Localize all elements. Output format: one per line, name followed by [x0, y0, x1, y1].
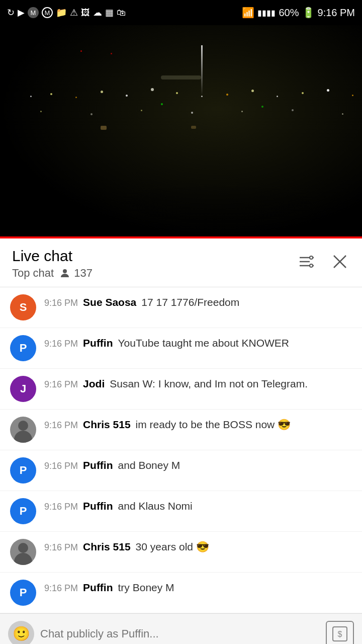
message-meta: 9:16 PM Puffin try Boney M	[44, 580, 352, 596]
svg-point-4	[310, 256, 313, 259]
video-player[interactable]	[0, 25, 362, 236]
youtube-icon: ▶	[18, 7, 25, 18]
chat-header: Live chat Top chat 137	[0, 238, 362, 287]
viewer-count: 137	[59, 267, 93, 280]
message-meta: 9:16 PM Sue Saosa 17 17 1776/Freedom	[44, 294, 352, 310]
message-body: 9:16 PM Puffin and Boney M	[44, 457, 352, 474]
sync-icon: ↻	[7, 7, 15, 18]
avatar: P	[10, 457, 36, 484]
message-author: Chris 515	[83, 539, 131, 555]
cloud-icon: ☁	[93, 7, 102, 18]
message-meta: 9:16 PM Jodi Susan W: I know, and Im not…	[44, 376, 352, 392]
svg-text:$: $	[338, 630, 342, 638]
message-text: im ready to be the BOSS now 😎	[136, 417, 291, 433]
chat-header-left: Live chat Top chat 137	[12, 248, 93, 280]
avatar: P	[10, 335, 36, 361]
chat-message: S 9:16 PM Sue Saosa 17 17 1776/Freedom	[0, 287, 362, 328]
message-time: 9:16 PM	[44, 337, 78, 351]
time-display: 9:16 PM	[318, 7, 355, 19]
chat-panel: Live chat Top chat 137	[0, 238, 362, 644]
status-bar: ↻ ▶ M M 📁 ⚠ 🖼 ☁ ▦ 🛍 📶 ▮▮▮▮ 60% 🔋 9:16 PM	[0, 0, 362, 25]
message-body: 9:16 PM Sue Saosa 17 17 1776/Freedom	[44, 294, 352, 311]
video-background	[0, 25, 362, 236]
close-icon	[332, 254, 348, 270]
viewer-number: 137	[74, 267, 93, 280]
message-text: and Boney M	[118, 457, 180, 473]
warning-icon: ⚠	[70, 7, 78, 18]
image-icon: 🖼	[81, 8, 90, 18]
status-icons-right: 📶 ▮▮▮▮ 60% 🔋 9:16 PM	[242, 7, 355, 19]
svg-point-0	[63, 269, 67, 273]
message-time: 9:16 PM	[44, 419, 78, 432]
battery-icon: 🔋	[302, 7, 315, 19]
chat-input[interactable]	[40, 621, 320, 645]
message-author: Sue Saosa	[83, 294, 136, 310]
live-chat-title: Live chat	[12, 248, 93, 265]
message-text: 30 years old 😎	[136, 539, 209, 555]
chat-message: J 9:16 PM Jodi Susan W: I know, and Im n…	[0, 369, 362, 410]
filter-icon	[298, 253, 316, 271]
emoji-button[interactable]: 🙂	[8, 621, 34, 645]
signal-strength: ▮▮▮▮	[257, 8, 276, 18]
message-body: 9:16 PM Puffin YouTube taught me about K…	[44, 335, 352, 352]
avatar	[10, 539, 36, 565]
message-author: Jodi	[83, 376, 105, 392]
close-button[interactable]	[330, 252, 350, 272]
chat-message: P 9:16 PM Puffin YouTube taught me about…	[0, 328, 362, 369]
message-author: Puffin	[83, 457, 113, 473]
send-button[interactable]: $	[326, 621, 354, 645]
message-meta: 9:16 PM Chris 515 im ready to be the BOS…	[44, 417, 352, 433]
message-text: 17 17 1776/Freedom	[141, 294, 239, 310]
folder-icon: 📁	[56, 7, 67, 18]
emoji-icon: 🙂	[13, 625, 30, 642]
message-text: Susan W: I know, and Im not on Telegram.	[110, 376, 308, 392]
chat-message: P 9:16 PM Puffin try Boney M	[0, 573, 362, 613]
message-meta: 9:16 PM Puffin and Boney M	[44, 457, 352, 473]
send-icon: $	[332, 626, 348, 642]
chat-header-right	[296, 251, 350, 273]
chat-message: 9:16 PM Chris 515 30 years old 😎	[0, 532, 362, 573]
message-time: 9:16 PM	[44, 378, 78, 391]
message-time: 9:16 PM	[44, 459, 78, 473]
message-author: Puffin	[83, 580, 113, 596]
m-icon: M	[28, 7, 39, 18]
chat-message: P 9:16 PM Puffin and Klaus Nomi	[0, 491, 362, 532]
calendar-icon: ▦	[105, 7, 114, 18]
message-author: Puffin	[83, 335, 113, 351]
avatar: J	[10, 376, 36, 402]
bag-icon: 🛍	[117, 8, 126, 18]
filter-button[interactable]	[296, 251, 318, 273]
message-text: try Boney M	[118, 580, 174, 596]
message-body: 9:16 PM Puffin and Klaus Nomi	[44, 498, 352, 515]
message-author: Puffin	[83, 498, 113, 514]
status-icons-left: ↻ ▶ M M 📁 ⚠ 🖼 ☁ ▦ 🛍	[7, 7, 126, 18]
svg-point-5	[310, 264, 313, 267]
m2-icon: M	[42, 7, 53, 18]
message-body: 9:16 PM Puffin try Boney M	[44, 580, 352, 597]
message-body: 9:16 PM Chris 515 30 years old 😎	[44, 539, 352, 556]
message-meta: 9:16 PM Puffin YouTube taught me about K…	[44, 335, 352, 351]
chat-input-bar: 🙂 $	[0, 613, 362, 644]
message-text: YouTube taught me about KNOWER	[118, 335, 289, 351]
top-chat-label: Top chat	[12, 267, 54, 280]
avatar: S	[10, 294, 36, 320]
message-time: 9:16 PM	[44, 582, 78, 595]
message-body: 9:16 PM Chris 515 im ready to be the BOS…	[44, 417, 352, 434]
viewer-icon	[59, 267, 71, 279]
chat-message: 9:16 PM Chris 515 im ready to be the BOS…	[0, 410, 362, 450]
avatar: P	[10, 498, 36, 524]
chat-messages-list: S 9:16 PM Sue Saosa 17 17 1776/Freedom P…	[0, 287, 362, 613]
message-meta: 9:16 PM Chris 515 30 years old 😎	[44, 539, 352, 555]
message-time: 9:16 PM	[44, 296, 78, 310]
message-text: and Klaus Nomi	[118, 498, 193, 514]
message-time: 9:16 PM	[44, 541, 78, 554]
chat-message: P 9:16 PM Puffin and Boney M	[0, 450, 362, 491]
message-time: 9:16 PM	[44, 500, 78, 514]
avatar	[10, 417, 36, 443]
message-body: 9:16 PM Jodi Susan W: I know, and Im not…	[44, 376, 352, 393]
wifi-icon: 📶	[242, 7, 254, 19]
message-meta: 9:16 PM Puffin and Klaus Nomi	[44, 498, 352, 514]
message-author: Chris 515	[83, 417, 131, 433]
avatar: P	[10, 580, 36, 606]
battery-percent: 60%	[279, 7, 299, 19]
